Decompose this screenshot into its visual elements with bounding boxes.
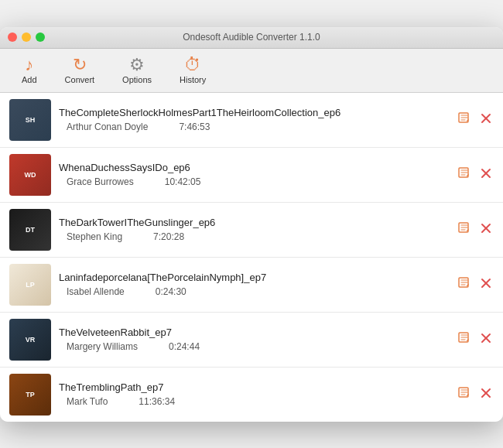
book-cover: TP xyxy=(9,374,51,416)
book-actions xyxy=(457,275,494,293)
book-duration: 0:24:44 xyxy=(169,341,200,352)
book-actions xyxy=(457,166,494,183)
convert-icon: ↻ xyxy=(73,56,87,74)
book-meta: Grace Burrowes 10:42:05 xyxy=(59,176,449,187)
delete-button[interactable] xyxy=(478,330,494,348)
book-meta: Margery Williams 0:24:44 xyxy=(59,341,449,352)
book-title: WhenaDuchessSaysIDo_ep6 xyxy=(59,162,449,173)
book-author: Stephen King xyxy=(59,231,122,242)
book-cover: LP xyxy=(9,264,51,306)
book-cover: DT xyxy=(9,209,51,251)
book-duration: 7:20:28 xyxy=(153,231,184,242)
delete-button[interactable] xyxy=(478,166,494,183)
book-actions xyxy=(457,330,494,348)
book-cover: SH xyxy=(9,99,51,141)
maximize-button[interactable] xyxy=(36,32,45,42)
edit-button[interactable] xyxy=(457,221,472,238)
book-author: Grace Burrowes xyxy=(59,176,134,187)
toolbar: ♪ Add ↻ Convert ⚙ Options ⏱ History xyxy=(0,49,503,93)
book-info: Laninfadeporcelana[ThePorcelainNymph]_ep… xyxy=(59,272,449,297)
book-author: Arthur Conan Doyle xyxy=(59,121,148,132)
window-title: Ondesoft Audible Converter 1.1.0 xyxy=(183,32,320,43)
book-info: TheVelveteenRabbit_ep7 Margery Williams … xyxy=(59,327,449,352)
edit-button[interactable] xyxy=(457,275,472,293)
book-info: TheTremblingPath_ep7 Mark Tufo 11:36:34 xyxy=(59,381,449,407)
convert-label: Convert xyxy=(65,75,95,84)
book-meta: Mark Tufo 11:36:34 xyxy=(59,396,449,407)
close-button[interactable] xyxy=(8,32,17,42)
add-label: Add xyxy=(22,75,37,84)
delete-button[interactable] xyxy=(478,275,494,293)
app-window: Ondesoft Audible Converter 1.1.0 ♪ Add ↻… xyxy=(0,27,503,422)
book-title: TheTremblingPath_ep7 xyxy=(59,381,449,393)
toolbar-add[interactable]: ♪ Add xyxy=(15,53,43,87)
book-actions xyxy=(457,111,494,128)
delete-button[interactable] xyxy=(478,111,494,128)
book-meta: Arthur Conan Doyle 7:46:53 xyxy=(59,121,449,132)
options-icon: ⚙ xyxy=(129,56,145,74)
book-meta: Isabel Allende 0:24:30 xyxy=(59,286,449,297)
toolbar-convert[interactable]: ↻ Convert xyxy=(59,53,101,87)
book-info: TheCompleteSherlockHolmesPart1TheHeirloo… xyxy=(59,107,449,132)
book-title: Laninfadeporcelana[ThePorcelainNymph]_ep… xyxy=(59,272,449,283)
book-duration: 7:46:53 xyxy=(179,121,210,132)
toolbar-history[interactable]: ⏱ History xyxy=(173,53,212,87)
title-bar: Ondesoft Audible Converter 1.1.0 xyxy=(0,27,503,49)
book-info: WhenaDuchessSaysIDo_ep6 Grace Burrowes 1… xyxy=(59,162,449,187)
delete-button[interactable] xyxy=(478,221,494,238)
edit-button[interactable] xyxy=(457,330,472,348)
book-list: SH TheCompleteSherlockHolmesPart1TheHeir… xyxy=(0,93,503,422)
book-duration: 11:36:34 xyxy=(139,396,175,407)
book-title: TheVelveteenRabbit_ep7 xyxy=(59,327,449,338)
history-label: History xyxy=(180,75,206,84)
book-actions xyxy=(457,221,494,238)
book-actions xyxy=(457,385,494,403)
delete-button[interactable] xyxy=(478,385,494,403)
book-duration: 0:24:30 xyxy=(156,286,186,297)
book-info: TheDarkTowerITheGunslinger_ep6 Stephen K… xyxy=(59,217,449,242)
table-row: TP TheTremblingPath_ep7 Mark Tufo 11:36:… xyxy=(0,368,503,422)
toolbar-options[interactable]: ⚙ Options xyxy=(116,53,158,87)
edit-button[interactable] xyxy=(457,166,472,183)
book-author: Margery Williams xyxy=(59,341,138,352)
book-author: Isabel Allende xyxy=(59,286,125,297)
book-title: TheCompleteSherlockHolmesPart1TheHeirloo… xyxy=(59,107,449,118)
book-author: Mark Tufo xyxy=(59,396,108,407)
table-row: VR TheVelveteenRabbit_ep7 Margery Willia… xyxy=(0,313,503,368)
book-meta: Stephen King 7:20:28 xyxy=(59,231,449,242)
edit-button[interactable] xyxy=(457,385,472,403)
book-title: TheDarkTowerITheGunslinger_ep6 xyxy=(59,217,449,228)
table-row: WD WhenaDuchessSaysIDo_ep6 Grace Burrowe… xyxy=(0,148,503,203)
book-cover: VR xyxy=(9,319,51,361)
options-label: Options xyxy=(122,75,152,84)
table-row: SH TheCompleteSherlockHolmesPart1TheHeir… xyxy=(0,93,503,148)
minimize-button[interactable] xyxy=(22,32,31,42)
table-row: LP Laninfadeporcelana[ThePorcelainNymph]… xyxy=(0,258,503,313)
window-controls xyxy=(8,32,45,42)
book-cover: WD xyxy=(9,154,51,196)
edit-button[interactable] xyxy=(457,111,472,128)
history-icon: ⏱ xyxy=(184,56,201,74)
table-row: DT TheDarkTowerITheGunslinger_ep6 Stephe… xyxy=(0,203,503,258)
book-duration: 10:42:05 xyxy=(165,176,201,187)
add-icon: ♪ xyxy=(25,56,33,74)
